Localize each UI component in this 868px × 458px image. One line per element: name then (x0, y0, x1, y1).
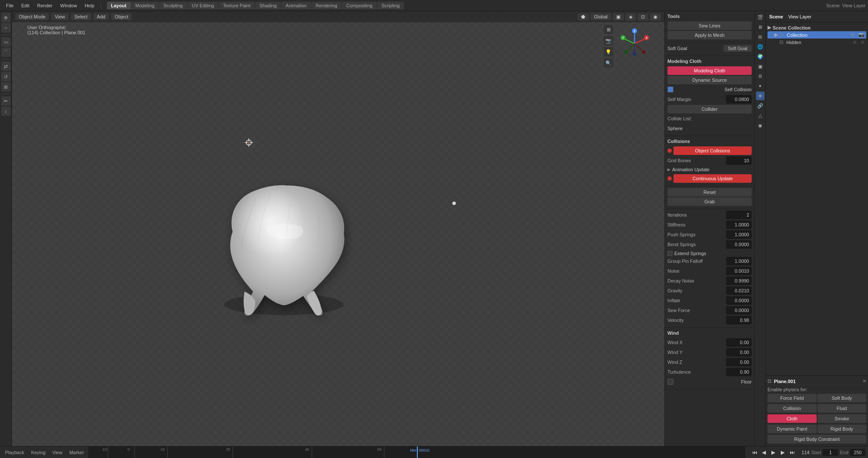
tab-animation[interactable]: Animation (281, 2, 311, 9)
iterations-field[interactable]: 2 (726, 211, 752, 219)
object-collisions-btn[interactable]: Object Collisions (673, 146, 752, 155)
tab-texture-paint[interactable]: Texture Paint (218, 2, 254, 9)
force-field-btn[interactable]: Force Field (768, 394, 817, 402)
group-pin-field[interactable]: 1.0000 (726, 257, 752, 265)
object-props-icon[interactable]: ▣ (756, 62, 765, 71)
collection-item-collection[interactable]: ▶ ⬡ Collection 👁 📷 (768, 31, 866, 39)
wind-z-field[interactable]: 0.00 (726, 358, 752, 366)
xray-toggle[interactable]: ▣ (613, 13, 624, 21)
view-menu[interactable]: View (51, 13, 68, 20)
jump-start-btn[interactable]: ⏮ (750, 449, 759, 456)
menu-item-help[interactable]: Help (81, 2, 98, 9)
grab-btn[interactable]: Grab (667, 197, 752, 206)
viewport-grid-btn[interactable]: ⊞ (604, 25, 613, 34)
modifier-props-icon[interactable]: ⚙ (756, 72, 765, 80)
gravity-field[interactable]: 0.0210 (726, 286, 752, 295)
fluid-btn[interactable]: Fluid (818, 404, 867, 413)
smoke-btn[interactable]: Smoke (818, 414, 867, 423)
cloth-btn[interactable]: Cloth (768, 414, 817, 423)
output-props-icon[interactable]: 🖥 (756, 23, 765, 31)
menu-item-file[interactable]: File (3, 2, 17, 9)
modeling-cloth-btn[interactable]: Modeling Cloth (667, 66, 752, 75)
collection-render-icon[interactable]: 📷 (859, 32, 865, 38)
collider-btn[interactable]: Collider (667, 105, 752, 113)
bend-springs-field[interactable]: 0.0000 (726, 240, 752, 249)
turbulence-field[interactable]: 0.90 (726, 368, 752, 376)
reset-btn[interactable]: Reset (667, 188, 752, 196)
sew-force-field[interactable]: 0.0000 (726, 306, 752, 315)
proportional-edit[interactable]: ◉ (650, 13, 661, 21)
world-props-icon[interactable]: 🌍 (756, 52, 765, 61)
view-layer-props-icon[interactable]: ⊞ (756, 33, 765, 41)
tab-rendering[interactable]: Rendering (311, 2, 342, 9)
step-fwd-btn[interactable]: ▶ (779, 449, 787, 456)
tab-layout[interactable]: Layout (107, 2, 131, 9)
snap-toggle[interactable]: ⊡ (638, 13, 648, 21)
tab-modeling[interactable]: Modeling (131, 2, 159, 9)
wind-y-field[interactable]: 0.00 (726, 348, 752, 357)
frame-start-field[interactable]: 1 (823, 449, 838, 456)
hidden-cursor-icon[interactable]: ⊕ (861, 39, 865, 45)
rotate-tool[interactable]: ↺ (1, 72, 11, 81)
rigid-body-constraint-btn[interactable]: Rigid Body Constraint (768, 435, 866, 443)
hidden-eye-icon[interactable]: 👁 (853, 40, 857, 45)
soft-body-btn[interactable]: Soft Body (818, 394, 867, 402)
step-back-btn[interactable]: ◀ (760, 449, 768, 456)
grid-bones-field[interactable]: 10 (726, 156, 752, 165)
soft-goal-btn[interactable]: Soft Goal (723, 45, 752, 52)
tab-scripting[interactable]: Scripting (377, 2, 404, 9)
data-props-icon[interactable]: △ (756, 111, 765, 120)
scene-selector[interactable]: Scene (827, 3, 840, 8)
view-layer-selector[interactable]: View Layer (842, 3, 865, 8)
scene-props-icon[interactable]: 🌐 (756, 42, 765, 51)
inflate-field[interactable]: 0.0000 (726, 296, 752, 305)
playback-menu[interactable]: Playback (3, 449, 27, 456)
tab-shading[interactable]: Shading (255, 2, 281, 9)
lasso-tool[interactable]: ⌒ (1, 48, 11, 57)
constraints-props-icon[interactable]: 🔗 (756, 101, 765, 110)
object-menu[interactable]: Object (111, 13, 132, 20)
overlay-toggle[interactable]: ◈ (626, 13, 636, 21)
stiffness-field[interactable]: 1.0000 (726, 220, 752, 229)
menu-item-edit[interactable]: Edit (18, 2, 33, 9)
floor-checkbox[interactable] (667, 379, 673, 385)
sew-lines-btn[interactable]: Sew Lines (667, 21, 752, 30)
viewport-search-btn[interactable]: 🔍 (604, 58, 613, 68)
extend-springs-row[interactable]: Extend Springs (667, 250, 752, 257)
move-tool[interactable]: ↔ (1, 23, 11, 33)
global-local-toggle[interactable]: Global (590, 13, 611, 20)
rigid-body-btn[interactable]: Rigid Body (818, 425, 867, 433)
viewport-cam-btn[interactable]: 📷 (604, 36, 613, 45)
self-collision-checkbox[interactable] (667, 86, 673, 92)
props-close-icon[interactable]: ✕ (862, 378, 866, 384)
jump-end-btn[interactable]: ⏭ (788, 449, 797, 456)
timeline-track[interactable]: -10 0 10 25 40 55 Mon 00010 (88, 446, 745, 458)
marker-menu[interactable]: Marker (67, 449, 86, 456)
select-tool[interactable]: ▭ (1, 37, 11, 47)
keying-menu[interactable]: Keying (29, 449, 48, 456)
decay-noise-field[interactable]: 0.9990 (726, 277, 752, 285)
extend-springs-checkbox[interactable] (667, 251, 673, 256)
annotate-tool[interactable]: ✏ (1, 96, 11, 106)
tab-sculpting[interactable]: Sculpting (159, 2, 187, 9)
self-margin-field[interactable]: 0.0800 (726, 95, 752, 104)
select-menu[interactable]: Select (71, 13, 91, 20)
menu-item-window[interactable]: Window (57, 2, 80, 9)
viewport-light-btn[interactable]: 💡 (604, 47, 613, 57)
cursor-tool[interactable]: ⊕ (1, 13, 11, 22)
transform-tool[interactable]: ⇄ (1, 62, 11, 71)
collision-btn[interactable]: Collision (768, 404, 817, 413)
noise-field[interactable]: 0.0010 (726, 267, 752, 275)
apply-to-mesh-btn[interactable]: Apply to Mesh (667, 31, 752, 39)
render-props-icon[interactable]: 🎬 (756, 13, 765, 21)
measure-tool[interactable]: ↕ (1, 107, 11, 116)
continuous-update-btn[interactable]: Continuous Update (673, 174, 752, 183)
tab-uv-editing[interactable]: UV Editing (188, 2, 218, 9)
viewport-shading-selector[interactable]: ⬟ (578, 13, 589, 21)
view-menu-timeline[interactable]: View (50, 449, 65, 456)
material-props-icon[interactable]: ◉ (756, 121, 765, 130)
play-btn[interactable]: ▶ (769, 449, 778, 456)
collection-item-hidden[interactable]: ⊡ Hidden 👁 ⊕ (768, 39, 866, 46)
wind-x-field[interactable]: 0.00 (726, 338, 752, 347)
push-springs-field[interactable]: 1.0000 (726, 230, 752, 239)
